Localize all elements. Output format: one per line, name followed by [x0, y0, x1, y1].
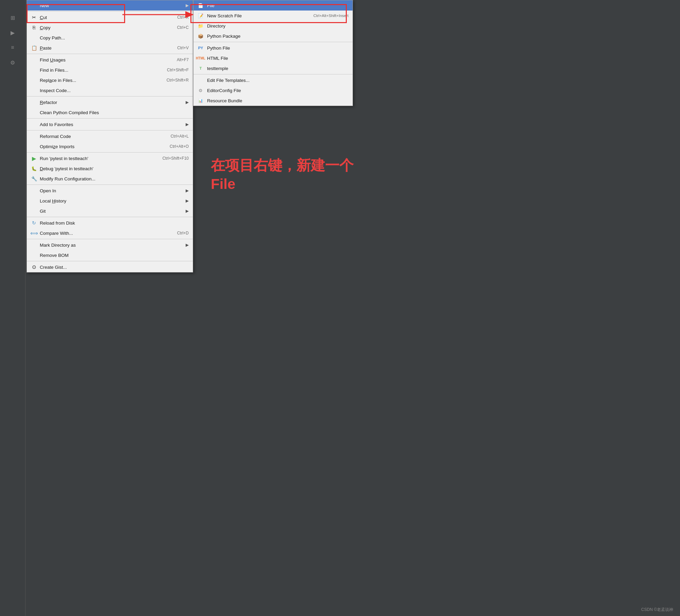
submenu-item-python-file[interactable]: PY Python File — [193, 43, 353, 53]
menu-item-mark-directory[interactable]: Mark Directory as ▶ — [27, 240, 193, 250]
submenu-item-new-scratch[interactable]: 📝 New Scratch File Ctrl+Alt+Shift+Insert — [193, 11, 353, 21]
menu-item-find-files[interactable]: Find in Files... Ctrl+Shift+F — [27, 65, 193, 75]
edit-templates-icon — [197, 77, 204, 84]
submenu-item-python-package-label: Python Package — [207, 34, 240, 39]
submenu-item-html-file[interactable]: HTML HTML File — [193, 53, 353, 63]
menu-item-refactor-label: Refactor — [40, 100, 57, 105]
inspect-code-icon — [30, 87, 38, 94]
directory-icon: 📁 — [197, 22, 204, 29]
menu-item-debug[interactable]: 🐛 Debug 'pytest in testteach' — [27, 163, 193, 174]
submenu-item-resource-bundle-label: Resource Bundle — [207, 98, 242, 103]
submenu-new[interactable]: 📄 File 📝 New Scratch File Ctrl+Alt+Shift… — [193, 0, 353, 106]
sidebar-icon-2[interactable]: ▶ — [8, 29, 17, 37]
menu-item-inspect-code[interactable]: Inspect Code... — [27, 85, 193, 95]
menu-item-compare-with-label: Compare With... — [40, 231, 73, 236]
menu-item-debug-label: Debug 'pytest in testteach' — [40, 166, 94, 171]
menu-item-open-in[interactable]: Open In ▶ — [27, 186, 193, 196]
menu-item-open-in-label: Open In — [40, 188, 56, 193]
menu-item-local-history[interactable]: Local History ▶ — [27, 196, 193, 206]
menu-item-run[interactable]: ▶ Run 'pytest in testteach' Ctrl+Shift+F… — [27, 153, 193, 163]
submenu-item-file[interactable]: 📄 File — [193, 0, 353, 11]
menu-item-copy[interactable]: ⎘ Copy Ctrl+C — [27, 22, 193, 33]
separator-5 — [27, 130, 193, 130]
html-file-icon: HTML — [197, 55, 204, 61]
submenu-item-directory[interactable]: 📁 Directory — [193, 21, 353, 31]
python-package-icon: 📦 — [197, 33, 204, 39]
menu-item-remove-bom-label: Remove BOM — [40, 253, 69, 258]
optimize-imports-shortcut: Ctrl+Alt+O — [159, 144, 189, 149]
separator-3 — [27, 96, 193, 96]
menu-item-refactor[interactable]: Refactor ▶ — [27, 97, 193, 107]
mark-directory-icon — [30, 242, 38, 248]
separator-6 — [27, 152, 193, 153]
menu-item-add-favorites-label: Add to Favorites — [40, 122, 73, 127]
menu-item-local-history-label: Local History — [40, 198, 66, 204]
run-icon: ▶ — [30, 155, 38, 162]
reformat-icon — [30, 133, 38, 140]
menu-item-paste[interactable]: 📋 Paste Ctrl+V — [27, 43, 193, 53]
menu-item-add-favorites[interactable]: Add to Favorites ▶ — [27, 119, 193, 129]
paste-icon: 📋 — [30, 45, 38, 51]
menu-item-modify-run[interactable]: 🔧 Modify Run Configuration... — [27, 174, 193, 184]
separator-8 — [27, 217, 193, 217]
submenu-item-directory-label: Directory — [207, 23, 225, 29]
copy-shortcut: Ctrl+C — [167, 25, 189, 30]
menu-item-git-label: Git — [40, 209, 46, 214]
submenu-item-resource-bundle[interactable]: 📊 Resource Bundle — [193, 95, 353, 106]
submenu-item-file-label: File — [207, 3, 215, 8]
menu-item-git[interactable]: Git ▶ — [27, 206, 193, 216]
git-arrow: ▶ — [186, 209, 189, 213]
debug-icon: 🐛 — [30, 165, 38, 172]
annotation-text: 在项目右键，新建一个 File — [211, 156, 354, 193]
submenu-item-edit-templates[interactable]: Edit File Templates... — [193, 75, 353, 85]
favorites-arrow: ▶ — [186, 122, 189, 127]
menu-item-create-gist[interactable]: ⊙ Create Gist... — [27, 262, 193, 272]
submenu-item-edit-templates-label: Edit File Templates... — [207, 78, 250, 83]
sidebar-icon-4[interactable]: ⚙ — [8, 58, 17, 67]
local-history-icon — [30, 197, 38, 204]
git-icon — [30, 208, 38, 214]
annotation-line2: File — [211, 176, 235, 192]
separator-1 — [27, 11, 193, 12]
sidebar-icon-1[interactable]: ⊞ — [8, 14, 17, 22]
watermark: CSDN ©老孟说神 — [641, 607, 673, 613]
submenu-item-editorconfig[interactable]: ⚙ EditorConfig File — [193, 85, 353, 95]
menu-item-replace-files[interactable]: Replace in Files... Ctrl+Shift+R — [27, 75, 193, 85]
menu-item-copy-label: Copy — [40, 25, 51, 30]
menu-item-optimize-imports-label: Optimize Imports — [40, 144, 74, 149]
separator-7 — [27, 184, 193, 185]
copy-path-icon — [30, 34, 38, 41]
separator-2 — [27, 54, 193, 54]
menu-item-compare-with[interactable]: ⟺ Compare With... Ctrl+D — [27, 228, 193, 238]
menu-item-remove-bom[interactable]: Remove BOM — [27, 250, 193, 260]
submenu-item-python-package[interactable]: 📦 Python Package — [193, 31, 353, 41]
clean-compiled-icon — [30, 109, 38, 116]
menu-item-new[interactable]: New ▶ — [27, 0, 193, 11]
sidebar-icon-3[interactable]: ≡ — [8, 43, 17, 52]
new-icon — [30, 2, 38, 9]
menu-item-new-label: New — [40, 3, 49, 8]
menu-item-cut[interactable]: ✂ Cut Ctrl+X — [27, 12, 193, 22]
copy-icon: ⎘ — [30, 24, 38, 31]
submenu-item-editorconfig-label: EditorConfig File — [207, 88, 241, 93]
submenu-item-testtemple[interactable]: T testtemple — [193, 63, 353, 73]
menu-item-reload[interactable]: ↻ Reload from Disk — [27, 218, 193, 228]
create-gist-icon: ⊙ — [30, 264, 38, 270]
menu-item-reload-label: Reload from Disk — [40, 221, 75, 226]
context-menu[interactable]: New ▶ ✂ Cut Ctrl+X ⎘ Copy Ctrl+C Copy Pa… — [27, 0, 193, 272]
menu-item-copy-path-label: Copy Path... — [40, 35, 65, 40]
menu-item-copy-path[interactable]: Copy Path... — [27, 33, 193, 43]
replace-files-shortcut: Ctrl+Shift+R — [156, 78, 189, 83]
optimize-imports-icon — [30, 143, 38, 150]
python-file-icon: PY — [197, 45, 204, 51]
menu-item-optimize-imports[interactable]: Optimize Imports Ctrl+Alt+O — [27, 141, 193, 152]
menu-item-clean-compiled[interactable]: Clean Python Compiled Files — [27, 107, 193, 118]
menu-item-find-usages[interactable]: Find Usages Alt+F7 — [27, 55, 193, 65]
menu-item-inspect-code-label: Inspect Code... — [40, 88, 71, 93]
find-usages-icon — [30, 56, 38, 63]
annotation-line1: 在项目右键，新建一个 — [211, 157, 354, 173]
menu-item-reformat[interactable]: Reformat Code Ctrl+Alt+L — [27, 131, 193, 141]
paste-shortcut: Ctrl+V — [167, 46, 189, 50]
refactor-arrow: ▶ — [186, 100, 189, 105]
compare-with-icon: ⟺ — [30, 230, 38, 236]
